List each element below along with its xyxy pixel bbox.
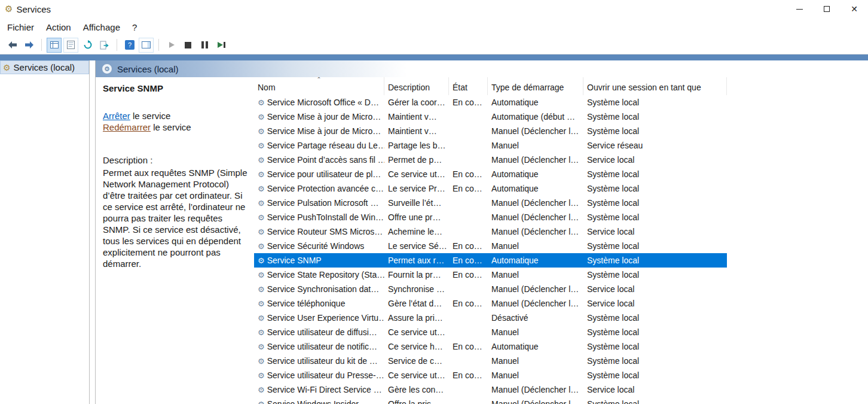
service-list: ˆ Nom Description État Type de démarrage…	[254, 77, 868, 404]
service-gear-icon: ⚙	[258, 256, 265, 265]
tree-item-services-local[interactable]: ⚙ Services (local)	[0, 60, 89, 74]
cell-status: En co…	[449, 296, 488, 311]
table-row[interactable]: ⚙ Service PushToInstall de Win… Offre un…	[254, 210, 727, 224]
show-hide-action-pane-button[interactable]	[139, 38, 154, 53]
service-gear-icon: ⚙	[258, 227, 265, 236]
table-row[interactable]: ⚙ Service Windows Insider Offre la pris……	[254, 397, 727, 404]
cell-startup-type: Désactivé	[488, 311, 583, 325]
cell-startup-type: Manuel	[488, 325, 583, 339]
help-button[interactable]: ?	[122, 38, 137, 53]
table-row[interactable]: ⚙ Service utilisateur de notific… Ce ser…	[254, 339, 727, 354]
cell-name: ⚙ Service Protection avancée c…	[254, 181, 384, 196]
column-header-logon-as[interactable]: Ouvrir une session en tant que	[583, 77, 727, 95]
cell-logon-as: Système local	[583, 311, 727, 325]
cell-logon-as: Service local	[583, 282, 727, 296]
table-row[interactable]: ⚙ Service Synchronisation dat… Synchroni…	[254, 282, 727, 296]
table-row[interactable]: ⚙ Service utilisateur de diffusi… Ce ser…	[254, 325, 727, 339]
cell-description: Offre la pris…	[384, 397, 449, 404]
start-service-button[interactable]	[164, 38, 179, 53]
forward-button[interactable]	[22, 38, 36, 53]
table-row[interactable]: ⚙ Service Routeur SMS Micros… Achemine l…	[254, 224, 727, 239]
cell-startup-type: Automatique (début …	[488, 110, 583, 124]
column-header-name[interactable]: ˆ Nom	[254, 77, 384, 95]
show-hide-console-tree-button[interactable]	[47, 38, 62, 53]
maximize-icon	[824, 6, 830, 12]
stop-icon	[185, 42, 191, 48]
cell-status	[449, 311, 488, 325]
service-description: Permet aux requêtes SNMP (Simple Network…	[103, 167, 248, 269]
service-detail-pane: Service SNMP Arrêter le service Redémarr…	[96, 77, 254, 404]
table-row[interactable]: ⚙ Service Sécurité Windows Le service Sé…	[254, 239, 727, 253]
table-row[interactable]: ⚙ Service Wi-Fi Direct Service … Gère le…	[254, 382, 727, 397]
table-row[interactable]: ⚙ Service State Repository (Sta… Fournit…	[254, 268, 727, 282]
maximize-button[interactable]	[813, 0, 841, 18]
table-row[interactable]: ⚙ Service Mise à jour de Micro… Maintien…	[254, 124, 727, 138]
cell-startup-type: Manuel (Déclencher l…	[488, 382, 583, 397]
cell-logon-as: Système local	[583, 124, 727, 138]
cell-logon-as: Système local	[583, 253, 727, 268]
menu-help[interactable]: ?	[126, 20, 143, 35]
cell-startup-type: Manuel (Déclencher l…	[488, 224, 583, 239]
panel-splitter[interactable]	[90, 60, 96, 404]
table-row[interactable]: ⚙ Service téléphonique Gère l’état d… En…	[254, 296, 727, 311]
start-icon	[168, 41, 175, 48]
column-header-status[interactable]: État	[449, 77, 488, 95]
cell-startup-type: Manuel (Déclencher l…	[488, 196, 583, 210]
cell-description: Ce service ut…	[384, 368, 449, 382]
cell-logon-as: Système local	[583, 95, 727, 110]
cell-startup-type: Automatique	[488, 181, 583, 196]
service-gear-icon: ⚙	[258, 271, 265, 280]
service-gear-icon: ⚙	[258, 357, 265, 366]
menu-action[interactable]: Action	[40, 20, 77, 35]
stop-service-button[interactable]	[181, 38, 195, 53]
menu-fichier[interactable]: Fichier	[1, 20, 40, 35]
table-row[interactable]: ⚙ Service SNMP Permet aux r… En co… Auto…	[254, 253, 727, 268]
column-header-startup-type[interactable]: Type de démarrage	[488, 77, 583, 95]
service-gear-icon: ⚙	[258, 98, 265, 107]
properties-button[interactable]	[63, 38, 78, 53]
refresh-button[interactable]	[80, 38, 95, 53]
cell-description: Assure la pri…	[384, 311, 449, 325]
table-row[interactable]: ⚙ Service Point d’accès sans fil … Perme…	[254, 153, 727, 167]
refresh-icon	[83, 40, 93, 50]
pause-service-button[interactable]	[197, 38, 212, 53]
table-row[interactable]: ⚙ Service Microsoft Office « D… Gérer la…	[254, 95, 727, 110]
table-row[interactable]: ⚙ Service User Experience Virtu… Assure …	[254, 311, 727, 325]
table-row[interactable]: ⚙ Service Protection avancée c… Le servi…	[254, 181, 727, 196]
action-pane-icon	[142, 41, 151, 48]
table-row[interactable]: ⚙ Service utilisateur du Presse-… Ce ser…	[254, 368, 727, 382]
cell-name: ⚙ Service PushToInstall de Win…	[254, 210, 384, 224]
forward-icon	[25, 41, 34, 49]
cell-logon-as: Service local	[583, 382, 727, 397]
help-icon: ?	[125, 40, 135, 50]
close-button[interactable]: ✕	[841, 0, 868, 18]
table-row[interactable]: ⚙ Service Partage réseau du Le… Partage …	[254, 138, 727, 153]
export-list-button[interactable]	[97, 38, 112, 53]
cell-startup-type: Manuel	[488, 368, 583, 382]
cell-name: ⚙ Service Routeur SMS Micros…	[254, 224, 384, 239]
restart-service-button[interactable]	[214, 38, 229, 53]
restart-service-link[interactable]: Redémarrer	[103, 122, 151, 132]
column-header-description[interactable]: Description	[384, 77, 449, 95]
cell-startup-type: Manuel	[488, 354, 583, 368]
cell-startup-type: Manuel (Déclencher l…	[488, 296, 583, 311]
cell-status: En co…	[449, 339, 488, 354]
console-tree-panel: ⚙ Services (local)	[0, 60, 90, 404]
cell-logon-as: Système local	[583, 210, 727, 224]
minimize-button[interactable]	[786, 0, 813, 18]
table-row[interactable]: ⚙ Service pour utilisateur de pl… Ce ser…	[254, 167, 727, 181]
table-row[interactable]: ⚙ Service utilisateur du kit de … Servic…	[254, 354, 727, 368]
back-button[interactable]	[5, 38, 20, 53]
service-action-links: Arrêter le service Redémarrer le service	[103, 110, 248, 133]
table-row[interactable]: ⚙ Service Pulsation Microsoft … Surveill…	[254, 196, 727, 210]
cell-description: Permet aux r…	[384, 253, 449, 268]
back-icon	[8, 41, 17, 49]
stop-service-link[interactable]: Arrêter	[103, 111, 130, 121]
accent-band	[0, 54, 868, 60]
cell-status	[449, 382, 488, 397]
cell-description: Service de c…	[384, 354, 449, 368]
service-gear-icon: ⚙	[258, 400, 265, 404]
cell-startup-type: Manuel	[488, 239, 583, 253]
menu-affichage[interactable]: Affichage	[77, 20, 126, 35]
table-row[interactable]: ⚙ Service Mise à jour de Micro… Maintien…	[254, 110, 727, 124]
